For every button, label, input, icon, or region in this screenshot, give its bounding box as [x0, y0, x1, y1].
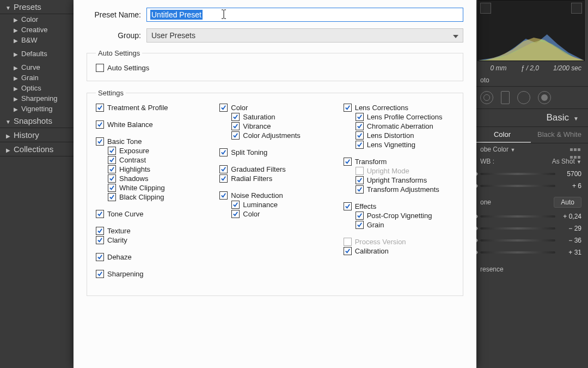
setting-checkbox[interactable]: Color — [219, 104, 330, 112]
tree-item[interactable]: Creative — [0, 25, 74, 35]
new-preset-dialog: Preset Name: Untitled Preset Group: User… — [74, 0, 476, 368]
tree-item[interactable]: B&W — [0, 35, 74, 45]
slider-value: 5700 — [567, 170, 581, 178]
histogram-highlight-clip[interactable] — [571, 3, 582, 14]
setting-checkbox[interactable]: Texture — [96, 227, 206, 235]
setting-checkbox[interactable]: Transform Adjustments — [356, 185, 454, 194]
panel-snapshots[interactable]: Snapshots — [0, 114, 74, 128]
setting-checkbox[interactable]: Post-Crop Vignetting — [356, 212, 454, 220]
setting-checkbox[interactable]: Chromatic Aberration — [356, 122, 454, 130]
setting-checkbox[interactable]: Saturation — [231, 113, 330, 121]
checkbox-icon — [231, 210, 240, 218]
tree-item[interactable]: Defaults — [0, 49, 74, 59]
setting-checkbox[interactable]: Dehaze — [96, 253, 206, 261]
preset-name-input[interactable]: Untitled Preset — [146, 8, 463, 22]
setting-checkbox[interactable]: Grain — [356, 221, 454, 229]
grid-icon[interactable] — [569, 146, 581, 153]
tree-item[interactable]: Optics — [0, 83, 74, 93]
setting-label: White Clipping — [119, 184, 165, 192]
tab-color[interactable]: Color — [474, 127, 531, 143]
setting-label: Clarity — [107, 236, 127, 244]
setting-checkbox[interactable]: Basic Tone — [96, 137, 206, 146]
histogram-shadow-clip[interactable] — [480, 3, 491, 14]
setting-checkbox[interactable]: Radial Filters — [219, 174, 330, 183]
tree-item[interactable]: Curve — [0, 62, 74, 73]
setting-checkbox[interactable]: Lens Corrections — [344, 104, 454, 112]
wb-label: WB : — [480, 158, 494, 165]
setting-checkbox[interactable]: Color Adjustments — [231, 131, 330, 140]
tree-item[interactable]: Grain — [0, 73, 74, 83]
tree-item-label: Curve — [21, 63, 40, 71]
tool-brush-icon[interactable] — [538, 91, 551, 104]
setting-checkbox[interactable]: Transform — [344, 158, 454, 166]
checkbox-icon — [96, 270, 104, 278]
group-select[interactable]: User Presets — [146, 28, 463, 43]
setting-checkbox[interactable]: Lens Distortion — [356, 131, 454, 140]
slider[interactable]: + 0,24 — [474, 211, 588, 222]
setting-checkbox[interactable]: Noise Reduction — [219, 191, 330, 200]
setting-checkbox[interactable]: Split Toning — [219, 148, 330, 156]
chevron-right-icon — [13, 50, 18, 58]
setting-label: Lens Profile Corrections — [367, 113, 443, 121]
exif-line: 0 mm ƒ / 2,0 1/200 sec — [474, 62, 588, 74]
wb-value[interactable]: As Shot — [552, 158, 575, 165]
auto-button[interactable]: Auto — [554, 197, 581, 208]
setting-label: Highlights — [119, 165, 150, 173]
panel-presets[interactable]: Presets — [0, 0, 74, 14]
panel-history[interactable]: History — [0, 128, 74, 142]
slider-track — [480, 239, 555, 242]
setting-label: Radial Filters — [231, 174, 272, 183]
setting-checkbox[interactable]: Black Clipping — [108, 193, 206, 201]
chevron-right-icon — [13, 36, 18, 44]
setting-label: Dehaze — [107, 253, 132, 261]
setting-checkbox[interactable]: Sharpening — [96, 270, 206, 278]
tree-item[interactable]: Color — [0, 14, 74, 25]
setting-checkbox[interactable]: Shadows — [108, 174, 206, 183]
slider[interactable]: + 6 — [474, 180, 588, 191]
checkbox-icon — [96, 227, 104, 235]
slider[interactable]: 5700 — [474, 168, 588, 179]
setting-checkbox[interactable]: Clarity — [96, 236, 206, 244]
setting-checkbox[interactable]: Exposure — [108, 147, 206, 155]
setting-checkbox[interactable]: Color — [231, 210, 330, 218]
profile-label[interactable]: obe Color — [480, 146, 509, 153]
tree-item[interactable]: Sharpening — [0, 93, 74, 104]
tool-ring-icon[interactable] — [517, 91, 530, 104]
chevron-right-icon — [5, 144, 10, 154]
checkbox-icon — [96, 253, 104, 261]
slider[interactable]: − 36 — [474, 235, 588, 246]
setting-checkbox[interactable]: Highlights — [108, 165, 206, 173]
tool-frame-icon[interactable] — [501, 91, 510, 104]
slider[interactable]: + 31 — [474, 247, 588, 258]
setting-checkbox[interactable]: Treatment & Profile — [96, 104, 206, 112]
setting-checkbox[interactable]: Luminance — [231, 201, 330, 209]
setting-checkbox[interactable]: White Balance — [96, 120, 206, 129]
chevron-right-icon — [13, 15, 18, 23]
setting-checkbox[interactable]: White Clipping — [108, 184, 206, 192]
checkbox-icon — [96, 236, 104, 244]
setting-label: Post-Crop Vignetting — [367, 212, 432, 220]
tool-circle-icon[interactable] — [480, 91, 493, 104]
setting-checkbox[interactable]: Tone Curve — [96, 210, 206, 218]
panel-collections[interactable]: Collections — [0, 142, 74, 156]
setting-checkbox[interactable]: Vibrance — [231, 122, 330, 130]
setting-label: Contrast — [119, 156, 146, 164]
auto-settings-checkbox[interactable]: Auto Settings — [96, 64, 454, 72]
tab-bw[interactable]: Black & White — [531, 127, 588, 143]
setting-checkbox[interactable]: Effects — [344, 202, 454, 210]
setting-label: Transform Adjustments — [367, 185, 439, 194]
tree-item[interactable]: Vignetting — [0, 104, 74, 114]
setting-checkbox[interactable]: Lens Vignetting — [356, 141, 454, 149]
setting-checkbox[interactable]: Lens Profile Corrections — [356, 113, 454, 121]
setting-checkbox[interactable]: Contrast — [108, 156, 206, 164]
setting-checkbox[interactable]: Upright Transforms — [356, 176, 454, 184]
slider[interactable]: − 29 — [474, 223, 588, 234]
checkbox-icon — [219, 104, 228, 112]
histogram[interactable] — [477, 0, 585, 61]
basic-panel-header[interactable]: Basic — [474, 109, 588, 127]
checkbox-icon — [231, 122, 240, 130]
setting-checkbox[interactable]: Graduated Filters — [219, 165, 330, 173]
tree-item-label: Defaults — [21, 50, 47, 58]
tool-strip — [474, 86, 588, 109]
setting-checkbox[interactable]: Calibration — [344, 247, 454, 255]
